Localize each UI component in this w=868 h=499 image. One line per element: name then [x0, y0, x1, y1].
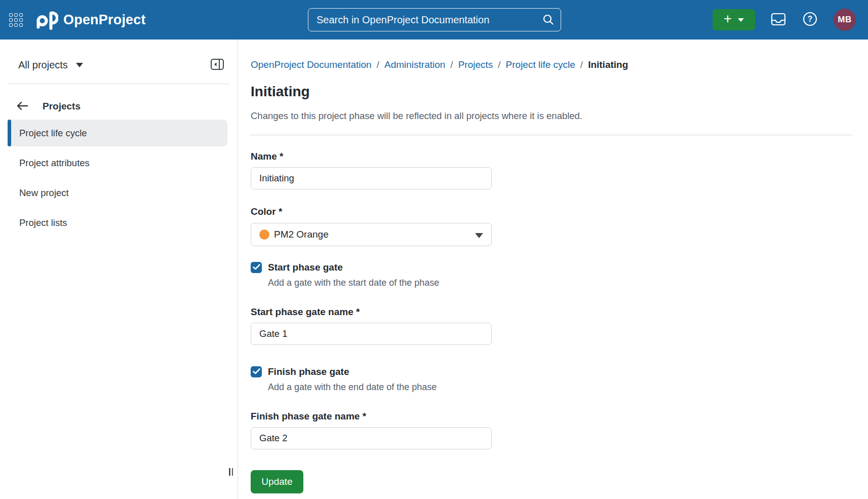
search-input[interactable] [308, 8, 561, 31]
name-field[interactable] [251, 167, 492, 189]
selected-accent-bar [8, 120, 11, 146]
chevron-down-icon [475, 233, 483, 238]
checkmark-icon [253, 263, 260, 272]
start-gate-name-field[interactable] [251, 323, 492, 345]
name-label: Name * [251, 151, 852, 162]
breadcrumb-separator: / [450, 59, 453, 70]
color-select-value: PM2 Orange [274, 229, 329, 240]
breadcrumb-separator: / [498, 59, 500, 70]
main-content: OpenProject Documentation / Administrati… [239, 40, 868, 499]
update-button[interactable]: Update [251, 470, 303, 493]
inbox-icon [770, 12, 786, 28]
phase-edit-form: Name * Color * PM2 Orange Start phase ga… [251, 151, 852, 493]
plus-icon: + [724, 12, 732, 26]
global-search [308, 8, 561, 31]
sidebar-resize-handle[interactable] [229, 468, 233, 476]
sidebar: All projects [0, 40, 238, 499]
finish-gate-name-label: Finish phase gate name * [251, 411, 852, 422]
sidebar-item-project-attributes[interactable]: Project attributes [8, 149, 227, 176]
breadcrumb-link-documentation[interactable]: OpenProject Documentation [251, 59, 372, 70]
svg-text:?: ? [808, 15, 813, 23]
sidebar-divider [8, 84, 229, 84]
sidebar-section-title: Projects [43, 101, 81, 112]
color-swatch-icon [259, 229, 269, 240]
sidebar-item-label: New project [19, 187, 69, 199]
chevron-down-icon[interactable] [76, 63, 83, 67]
help-button[interactable]: ? [803, 12, 817, 28]
checkmark-icon [253, 367, 260, 376]
back-button[interactable] [16, 100, 29, 113]
finish-phase-gate-checkbox[interactable] [251, 366, 262, 377]
start-phase-gate-caption: Add a gate with the start date of the ph… [268, 278, 852, 288]
finish-phase-gate-label[interactable]: Finish phase gate [268, 366, 349, 377]
chevron-down-icon [738, 18, 744, 22]
openproject-logo[interactable]: OpenProject [35, 8, 146, 32]
sidebar-item-new-project[interactable]: New project [8, 179, 227, 206]
collapse-sidebar-icon [210, 65, 224, 73]
sidebar-section-header: Projects [8, 95, 229, 118]
start-phase-gate-row: Start phase gate [251, 262, 852, 273]
sidebar-item-project-lists[interactable]: Project lists [8, 209, 227, 236]
start-gate-name-label: Start phase gate name * [251, 306, 852, 318]
page-subtitle: Changes to this project phase will be re… [251, 110, 852, 122]
logo-text: OpenProject [63, 12, 146, 28]
notifications-inbox-button[interactable] [770, 12, 786, 28]
finish-phase-gate-caption: Add a gate with the end date of the phas… [268, 382, 852, 393]
breadcrumb-current: Initiating [588, 59, 628, 70]
topbar-actions: + ? MB [713, 0, 868, 40]
breadcrumb-link-projects[interactable]: Projects [458, 59, 493, 70]
search-icon[interactable] [542, 13, 555, 28]
breadcrumb-separator: / [580, 59, 583, 70]
content-divider [251, 135, 852, 135]
breadcrumb: OpenProject Documentation / Administrati… [251, 59, 852, 70]
start-phase-gate-checkbox[interactable] [251, 262, 262, 273]
finish-gate-name-field[interactable] [251, 427, 492, 449]
user-avatar[interactable]: MB [834, 9, 856, 31]
project-scope-selector[interactable]: All projects [18, 59, 68, 71]
breadcrumb-separator: / [377, 59, 379, 70]
arrow-left-icon [16, 100, 29, 113]
collapse-sidebar-button[interactable] [210, 57, 224, 73]
page-title: Initiating [251, 84, 852, 100]
openproject-logo-icon [35, 8, 58, 32]
start-phase-gate-label[interactable]: Start phase gate [268, 262, 343, 273]
color-select[interactable]: PM2 Orange [251, 223, 492, 246]
breadcrumb-link-project-life-cycle[interactable]: Project life cycle [506, 59, 575, 70]
finish-phase-gate-row: Finish phase gate [251, 366, 852, 377]
sidebar-item-label: Project life cycle [19, 128, 87, 139]
quick-add-button[interactable]: + [713, 9, 755, 30]
app-window: OpenProject + [0, 0, 868, 499]
color-label: Color * [251, 206, 852, 217]
help-icon: ? [803, 12, 817, 28]
sidebar-item-label: Project attributes [19, 158, 90, 169]
sidebar-item-label: Project lists [19, 217, 67, 228]
app-grid-icon[interactable] [9, 13, 23, 27]
sidebar-item-project-life-cycle[interactable]: Project life cycle [8, 120, 227, 146]
sidebar-nav: Project life cycle Project attributes Ne… [8, 120, 227, 236]
breadcrumb-link-administration[interactable]: Administration [384, 59, 445, 70]
project-scope-row: All projects [18, 53, 224, 77]
top-bar: OpenProject + [0, 0, 868, 40]
